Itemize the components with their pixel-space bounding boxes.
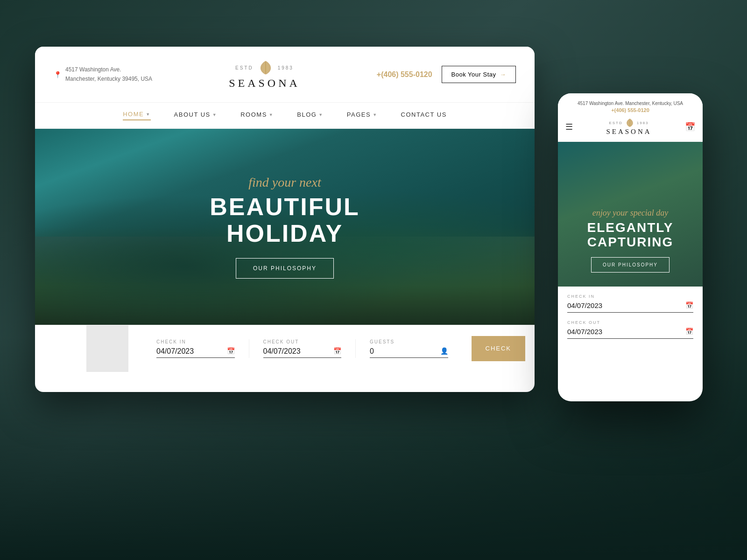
booking-tab xyxy=(86,325,128,372)
mobile-checkout-calendar-icon: 📅 xyxy=(685,328,693,336)
mobile-checkin-value: 04/07/2023 xyxy=(567,301,602,309)
hero-title-line2: HOLIDAY xyxy=(210,220,360,247)
mobile-topbar: 4517 Washington Ave. Manchester, Kentuck… xyxy=(558,93,703,142)
mobile-checkin-calendar-icon: 📅 xyxy=(685,301,693,309)
mobile-logo-estd: ESTD xyxy=(609,121,622,125)
calendar-icon: 📅 xyxy=(227,347,235,355)
chevron-down-icon: ▼ xyxy=(269,112,274,117)
hamburger-icon[interactable]: ☰ xyxy=(565,122,573,132)
desktop-booking-bar: CHECK IN 04/07/2023 📅 CHECK OUT 04/07/20… xyxy=(35,325,535,371)
hero-title-line1: BEAUTIFUL xyxy=(210,194,360,220)
checkout-value: 04/07/2023 xyxy=(263,347,301,356)
mobile-logo-name: SEASONA xyxy=(606,128,651,136)
mobile-checkout-value: 04/07/2023 xyxy=(567,328,602,336)
chevron-down-icon: ▼ xyxy=(318,112,323,117)
checkin-field: CHECK IN 04/07/2023 📅 xyxy=(142,339,249,358)
address-line1: 4517 Washington Ave. xyxy=(65,65,152,74)
mobile-checkout-row[interactable]: 04/07/2023 📅 xyxy=(567,328,693,339)
checkin-label: CHECK IN xyxy=(156,339,235,344)
guests-field: GUESTS 0 👤 xyxy=(356,339,462,358)
nav-item-pages[interactable]: PAGES ▼ xyxy=(347,111,378,120)
arrow-icon: → xyxy=(500,71,507,78)
mobile-logo: ESTD 1983 SEASONA xyxy=(606,118,651,136)
checkout-label: CHECK OUT xyxy=(263,339,342,344)
hero-script-text: find your next xyxy=(210,175,360,190)
desktop-header: 📍 4517 Washington Ave. Manchester, Kentu… xyxy=(35,47,535,103)
mobile-nav-row: ☰ ESTD 1983 SEASONA 📅 xyxy=(565,118,695,136)
location-icon: 📍 xyxy=(54,71,62,78)
mobile-hero-script: enjoy your special day xyxy=(587,208,674,218)
desktop-nav: HOME ▼ ABOUT US ▼ ROOMS ▼ BLOG ▼ PAGES ▼… xyxy=(35,103,535,129)
chevron-down-icon: ▼ xyxy=(146,112,150,117)
checkout-value-row[interactable]: 04/07/2023 📅 xyxy=(263,347,342,358)
check-button[interactable]: CHECK xyxy=(472,336,526,361)
header-right: +(406) 555-0120 Book Your Stay → xyxy=(377,66,516,83)
mobile-booking: CHECK IN 04/07/2023 📅 CHECK OUT 04/07/20… xyxy=(558,287,703,354)
hero-title: BEAUTIFUL HOLIDAY xyxy=(210,194,360,247)
logo-estd: ESTD xyxy=(235,65,254,70)
checkin-value: 04/07/2023 xyxy=(156,347,194,356)
calendar-icon-2: 📅 xyxy=(333,347,341,355)
logo-year: 1983 xyxy=(278,65,294,70)
address-line2: Manchester, Kentucky 39495, USA xyxy=(65,75,152,84)
mobile-phone[interactable]: +(406) 555-0120 xyxy=(565,107,695,113)
nav-item-home[interactable]: HOME ▼ xyxy=(123,111,150,120)
mobile-hero: enjoy your special day ELEGANTLY CAPTURI… xyxy=(558,142,703,287)
hero-content: find your next BEAUTIFUL HOLIDAY OUR PHI… xyxy=(210,175,360,279)
mobile-checkin-label: CHECK IN xyxy=(567,294,693,299)
checkin-value-row[interactable]: 04/07/2023 📅 xyxy=(156,347,235,358)
mobile-checkin-row[interactable]: 04/07/2023 📅 xyxy=(567,301,693,313)
book-stay-button[interactable]: Book Your Stay → xyxy=(442,66,516,83)
chevron-down-icon: ▼ xyxy=(373,112,377,117)
mobile-logo-year: 1983 xyxy=(637,121,649,125)
header-address: 📍 4517 Washington Ave. Manchester, Kentu… xyxy=(54,65,152,83)
mobile-philosophy-button[interactable]: OUR PHILOSOPHY xyxy=(591,257,669,273)
guests-value-row[interactable]: 0 👤 xyxy=(370,347,448,358)
nav-item-about[interactable]: ABOUT US ▼ xyxy=(174,111,218,120)
mobile-mockup: 4517 Washington Ave. Manchester, Kentuck… xyxy=(558,93,703,401)
person-icon: 👤 xyxy=(440,347,448,355)
mobile-address: 4517 Washington Ave. Manchester, Kentuck… xyxy=(565,101,695,106)
logo-leaf-icon xyxy=(257,59,274,76)
nav-item-rooms[interactable]: ROOMS ▼ xyxy=(240,111,274,120)
mobile-hero-title-line2: CAPTURING xyxy=(587,235,674,250)
desktop-mockup: 📍 4517 Washington Ave. Manchester, Kentu… xyxy=(35,47,535,392)
desktop-hero: find your next BEAUTIFUL HOLIDAY OUR PHI… xyxy=(35,129,535,325)
mobile-hero-content: enjoy your special day ELEGANTLY CAPTURI… xyxy=(587,208,674,273)
book-stay-label: Book Your Stay xyxy=(451,71,496,78)
nav-item-contact[interactable]: CONTACT US xyxy=(401,111,447,120)
hero-philosophy-button[interactable]: OUR PHILOSOPHY xyxy=(236,258,334,279)
logo-name: SEASONA xyxy=(229,77,300,90)
chevron-down-icon: ▼ xyxy=(212,112,217,117)
guests-value: 0 xyxy=(370,347,374,356)
mobile-calendar-icon[interactable]: 📅 xyxy=(685,122,695,132)
nav-item-blog[interactable]: BLOG ▼ xyxy=(297,111,324,120)
mobile-logo-leaf-icon xyxy=(625,118,635,128)
logo-estd-row: ESTD 1983 xyxy=(235,59,294,76)
mobile-checkout-label: CHECK OUT xyxy=(567,320,693,325)
guests-label: GUESTS xyxy=(370,339,448,344)
checkout-field: CHECK OUT 04/07/2023 📅 xyxy=(249,339,356,358)
mobile-hero-title: ELEGANTLY CAPTURING xyxy=(587,221,674,250)
desktop-logo: ESTD 1983 SEASONA xyxy=(229,59,300,90)
header-phone[interactable]: +(406) 555-0120 xyxy=(377,70,432,79)
mobile-hero-title-line1: ELEGANTLY xyxy=(587,221,674,235)
mobile-logo-top-row: ESTD 1983 xyxy=(609,118,648,128)
